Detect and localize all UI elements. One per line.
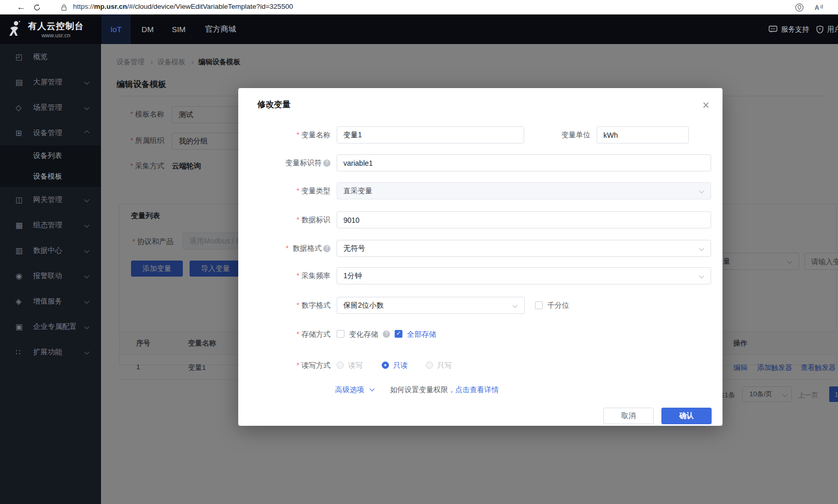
sidebar-item-device-template[interactable]: 设备模板 xyxy=(0,166,101,187)
datacenter-icon: ▥ xyxy=(16,246,26,255)
variable-name-label: 变量名称 xyxy=(238,126,330,143)
chevron-down-icon xyxy=(699,273,704,279)
help-icon[interactable] xyxy=(323,245,330,252)
data-format-select[interactable]: 无符号 xyxy=(337,240,711,257)
sidebar-nav: ◰ 概览 ▤ 大屏管理 ◇ 场景管理 ⊞ 设备管理 设备列表 设备模板 ◫ 网关… xyxy=(0,44,101,504)
url-host: mp.usr.cn xyxy=(94,3,127,10)
sidebar-submenu: 设备列表 设备模板 xyxy=(0,146,101,187)
advanced-options-toggle[interactable]: 高级选项 xyxy=(335,384,374,395)
chevron-down-icon xyxy=(84,299,90,304)
tab-sim[interactable]: SIM xyxy=(166,15,192,44)
sidebar-item-extension[interactable]: ∷ 扩展功能 xyxy=(0,339,101,365)
user-label: 用户 xyxy=(827,25,838,34)
scada-icon: ▦ xyxy=(16,221,26,230)
sidebar-item-scada[interactable]: ▦ 组态管理 xyxy=(0,212,101,238)
readwrite-option-label: 读写 xyxy=(348,360,363,370)
lock-icon xyxy=(58,2,69,13)
thousands-checkbox[interactable] xyxy=(535,301,543,309)
variable-identifier-input[interactable] xyxy=(337,154,711,171)
help-icon[interactable] xyxy=(323,160,330,167)
logo-subtitle: www.usr.cn xyxy=(28,32,84,38)
user-menu[interactable]: 用户 xyxy=(816,15,838,44)
cancel-button[interactable]: 取消 xyxy=(603,408,654,424)
data-format-label: 数据格式 xyxy=(238,240,330,257)
variable-type-label: 变量类型 xyxy=(238,182,330,199)
overview-icon: ◰ xyxy=(16,52,26,62)
storage-all-label: 全部存储 xyxy=(407,329,436,339)
shield-icon xyxy=(816,25,823,34)
alarm-icon: ◉ xyxy=(16,271,26,281)
chevron-down-icon xyxy=(84,324,90,329)
url-path: /#/cloud/device/ViewEditVariableTemplate… xyxy=(127,3,293,10)
permission-hint: 如何设置变量权限，点击查看详情 xyxy=(390,384,499,395)
storage-all-checkbox[interactable] xyxy=(395,330,402,338)
service-support[interactable]: 服务支持 xyxy=(769,15,809,44)
enterprise-icon: ▣ xyxy=(16,322,26,332)
variable-identifier-label: 变量标识符 xyxy=(238,154,330,171)
readonly-radio[interactable] xyxy=(382,362,389,369)
confirm-button[interactable]: 确认 xyxy=(661,408,712,424)
service-support-label: 服务支持 xyxy=(781,25,809,34)
chevron-down-icon xyxy=(84,273,90,279)
writeonly-option-label: 只写 xyxy=(437,360,452,370)
vas-icon: ◈ xyxy=(16,297,26,306)
scene-icon: ◇ xyxy=(16,103,26,112)
readwrite-label: 读写方式 xyxy=(238,360,330,370)
variable-name-input[interactable] xyxy=(337,126,524,143)
collect-frequency-select[interactable]: 1分钟 xyxy=(337,267,711,284)
collect-frequency-label: 采集频率 xyxy=(238,267,330,284)
number-format-label: 数字格式 xyxy=(238,297,330,314)
view-details-link[interactable]: 点击查看详情 xyxy=(455,385,499,394)
sidebar-item-scene[interactable]: ◇ 场景管理 xyxy=(0,95,101,120)
read-aloud-icon[interactable]: A xyxy=(813,2,825,13)
chevron-up-icon xyxy=(84,131,90,136)
chevron-down-icon xyxy=(84,223,90,228)
close-icon[interactable]: × xyxy=(699,98,713,112)
sidebar-item-alarm[interactable]: ◉ 报警联动 xyxy=(0,263,101,289)
refresh-icon[interactable] xyxy=(31,2,42,13)
chevron-down-icon xyxy=(84,248,90,253)
sidebar-item-bigscreen[interactable]: ▤ 大屏管理 xyxy=(0,69,101,95)
sidebar-item-device[interactable]: ⊞ 设备管理 xyxy=(0,120,101,146)
sidebar-item-enterprise[interactable]: ▣ 企业专属配置 xyxy=(0,314,101,339)
variable-type-select[interactable]: 直采变量 xyxy=(337,182,711,199)
tab-official-mall[interactable]: 官方商城 xyxy=(199,15,242,44)
usr-person-icon xyxy=(7,20,23,40)
chevron-down-icon xyxy=(369,386,374,392)
help-icon[interactable] xyxy=(383,330,390,338)
chevron-down-icon xyxy=(513,303,518,308)
storage-mode-label: 存储方式 xyxy=(238,329,330,339)
sidebar-item-vas[interactable]: ◈ 增值服务 xyxy=(0,289,101,314)
data-id-input[interactable] xyxy=(337,211,711,228)
readwrite-radio[interactable] xyxy=(337,362,344,369)
chevron-down-icon xyxy=(699,246,704,251)
gateway-icon: ◫ xyxy=(16,195,26,205)
variable-unit-label: 变量单位 xyxy=(539,126,590,143)
url-scheme: https:// xyxy=(73,3,94,10)
svg-text:A: A xyxy=(815,4,819,11)
tab-dm[interactable]: DM xyxy=(136,15,160,44)
storage-change-checkbox[interactable] xyxy=(337,330,344,338)
data-id-label: 数据标识 xyxy=(238,211,330,228)
chevron-down-icon xyxy=(84,197,90,203)
browser-bar: ← https://mp.usr.cn/#/cloud/device/ViewE… xyxy=(0,0,838,15)
sidebar-item-overview[interactable]: ◰ 概览 xyxy=(0,44,101,69)
address-bar[interactable]: https://mp.usr.cn/#/cloud/device/ViewEdi… xyxy=(73,3,293,10)
sidebar-item-datacenter[interactable]: ▥ 数据中心 xyxy=(0,238,101,263)
location-permission-icon[interactable] xyxy=(793,2,805,13)
chevron-down-icon xyxy=(84,350,90,355)
tab-iot[interactable]: IoT xyxy=(102,15,131,44)
sidebar-item-device-list[interactable]: 设备列表 xyxy=(0,146,101,166)
number-format-select[interactable]: 保留2位小数 xyxy=(337,297,525,314)
back-icon[interactable]: ← xyxy=(16,2,27,13)
writeonly-radio[interactable] xyxy=(426,362,433,369)
storage-change-label: 变化存储 xyxy=(349,329,378,339)
thousands-label: 千分位 xyxy=(547,297,569,314)
modal-title: 修改变量 xyxy=(257,99,291,110)
bigscreen-icon: ▤ xyxy=(16,78,26,87)
sidebar-item-gateway[interactable]: ◫ 网关管理 xyxy=(0,187,101,212)
edit-variable-modal: 修改变量 × 变量名称 变量单位 变量标识符 变量类型 直采变量 数据标识 数据… xyxy=(238,88,723,426)
logo-text: 有人云控制台 www.usr.cn xyxy=(28,21,84,38)
usr-cloud-logo[interactable]: 有人云控制台 www.usr.cn xyxy=(7,18,101,41)
variable-unit-input[interactable] xyxy=(597,126,689,143)
